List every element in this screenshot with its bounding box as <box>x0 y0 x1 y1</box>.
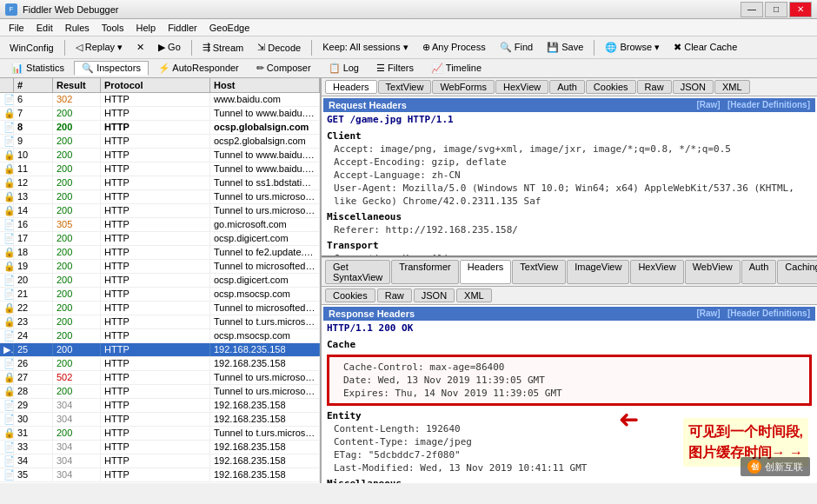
cache-highlight-box: Cache-Control: max-age=86400 Date: Wed, … <box>327 355 812 406</box>
resp-raw-link[interactable]: [Raw] <box>696 308 720 318</box>
maximize-button[interactable]: □ <box>765 2 787 17</box>
go-button[interactable]: ▶ Go <box>152 39 187 56</box>
resp-subtab-syntaxview[interactable]: Get SyntaxView <box>325 260 390 284</box>
session-row[interactable]: 🔒 7 200 HTTP Tunnel to www.baidu.com:443 <box>0 107 320 121</box>
row-num: 12 <box>14 176 53 189</box>
subtab-textview[interactable]: TextView <box>378 80 432 94</box>
resp-subtab-transformer[interactable]: Transformer <box>391 260 459 284</box>
session-row[interactable]: 📄 34 304 HTTP 192.168.235.158 <box>0 454 320 468</box>
tab-timeline[interactable]: 📈 Timeline <box>423 61 489 76</box>
resp-subtab-json[interactable]: JSON <box>414 288 455 302</box>
tab-filters[interactable]: ☰ Filters <box>369 61 422 76</box>
tab-log[interactable]: 📋 Log <box>321 61 367 76</box>
session-row[interactable]: 📄 21 200 HTTP ocsp.msocsp.com <box>0 288 320 302</box>
stream-label: Stream <box>213 43 243 53</box>
subtab-headers[interactable]: Headers <box>325 80 377 94</box>
decode-button[interactable]: ⇲ Decode <box>251 39 307 56</box>
subtab-auth[interactable]: Auth <box>549 80 585 94</box>
session-row[interactable]: 📄 30 304 HTTP 192.168.235.158 <box>0 413 320 427</box>
keep-all-button[interactable]: Keep: All sessions ▾ <box>316 39 414 56</box>
window-controls[interactable]: — □ ✕ <box>741 2 812 17</box>
resp-subtab-xml[interactable]: XML <box>456 288 492 302</box>
tab-inspectors[interactable]: 🔍 Inspectors <box>74 61 149 76</box>
find-button[interactable]: 🔍 Find <box>494 39 539 56</box>
subtab-cookies[interactable]: Cookies <box>586 80 636 94</box>
subtab-hexview[interactable]: HexView <box>495 80 548 94</box>
resp-subtab-headers[interactable]: Headers <box>460 260 512 284</box>
row-icon: 🔒 <box>0 371 14 384</box>
menu-tools[interactable]: Tools <box>96 22 130 34</box>
menu-file[interactable]: File <box>3 22 30 34</box>
session-row[interactable]: 📄 17 200 HTTP ocsp.digicert.com <box>0 232 320 246</box>
menu-geoedge[interactable]: GeoEdge <box>204 22 255 34</box>
row-protocol: HTTP <box>101 149 210 162</box>
session-row[interactable]: 📄 29 304 HTTP 192.168.235.158 <box>0 399 320 413</box>
resp-header-def-link[interactable]: [Header Definitions] <box>727 308 810 318</box>
session-row[interactable]: 📄 20 200 HTTP ocsp.digicert.com <box>0 274 320 288</box>
browse-button[interactable]: 🌐 Browse ▾ <box>599 39 666 56</box>
resp-subtab-cookies[interactable]: Cookies <box>325 288 375 302</box>
save-button[interactable]: 💾 Save <box>541 39 589 56</box>
row-num: 6 <box>14 93 53 106</box>
menu-edit[interactable]: Edit <box>31 22 58 34</box>
session-row[interactable]: 🔒 14 200 HTTP Tunnel to urs.microsoft.co… <box>0 204 320 218</box>
tab-autoresponder[interactable]: ⚡ AutoResponder <box>150 61 247 76</box>
stream-button[interactable]: ⇶ Stream <box>196 39 249 56</box>
session-row[interactable]: 📄 9 200 HTTP ocsp2.globalsign.com <box>0 135 320 149</box>
session-row-selected[interactable]: ▶ 25 200 HTTP 192.168.235.158 <box>0 343 320 357</box>
subtab-json[interactable]: JSON <box>673 80 714 94</box>
row-icon: 📄 <box>0 288 14 301</box>
session-row[interactable]: 🔒 11 200 HTTP Tunnel to www.baidu.com:44… <box>0 162 320 176</box>
resp-subtab-caching[interactable]: Caching <box>777 260 817 284</box>
row-num: 27 <box>14 371 53 384</box>
header-def-link[interactable]: [Header Definitions] <box>727 100 810 109</box>
subtab-xml[interactable]: XML <box>714 80 750 94</box>
row-num: 16 <box>14 218 53 231</box>
session-row[interactable]: 🔒 18 200 HTTP Tunnel to fe2.update.micro… <box>0 246 320 260</box>
raw-link[interactable]: [Raw] <box>696 100 720 109</box>
req-header-links[interactable]: [Raw] [Header Definitions] <box>696 100 810 110</box>
session-row[interactable]: 📄 33 304 HTTP 192.168.235.158 <box>0 441 320 454</box>
close-button[interactable]: ✕ <box>789 2 812 17</box>
session-row[interactable]: 🔒 28 200 HTTP Tunnel to urs.microsoft.co… <box>0 385 320 399</box>
resp-subtab-textview[interactable]: TextView <box>512 260 566 284</box>
col-protocol: Protocol <box>101 78 210 92</box>
session-row[interactable]: 📄 35 304 HTTP 192.168.235.158 <box>0 468 320 482</box>
session-row[interactable]: 🔒 23 200 HTTP Tunnel to t.urs.microsoft.… <box>0 315 320 329</box>
session-row[interactable]: 📄 24 200 HTTP ocsp.msocsp.com <box>0 329 320 343</box>
session-row[interactable]: 🔒 10 200 HTTP Tunnel to www.baidu.com:44… <box>0 149 320 162</box>
session-row[interactable]: 📄 6 302 HTTP www.baidu.com <box>0 93 320 107</box>
session-row[interactable]: 🔒 27 502 HTTP Tunnel to urs.microsoft.co… <box>0 371 320 385</box>
menu-fiddler[interactable]: Fiddler <box>163 22 203 34</box>
resp-subtab-raw[interactable]: Raw <box>377 288 412 302</box>
resp-subtab-hexview[interactable]: HexView <box>630 260 683 284</box>
row-icon: 🔒 <box>0 302 14 315</box>
session-row[interactable]: 📄 16 305 HTTP go.microsoft.com <box>0 218 320 232</box>
session-row[interactable]: 🔒 19 200 HTTP Tunnel to microsoftedgewel… <box>0 260 320 274</box>
tab-statistics[interactable]: 📊 Statistics <box>3 61 72 76</box>
row-host: ocsp.msocsp.com <box>210 329 320 342</box>
session-row[interactable]: 🔒 22 200 HTTP Tunnel to microsoftedgetip… <box>0 302 320 315</box>
minimize-button[interactable]: — <box>741 2 763 17</box>
resp-subtab-webview[interactable]: WebView <box>685 260 741 284</box>
session-row[interactable]: 🔒 13 200 HTTP Tunnel to urs.microsoft.co… <box>0 190 320 204</box>
any-process-button[interactable]: ⊕ Any Process <box>416 39 492 56</box>
session-list[interactable]: 📄 6 302 HTTP www.baidu.com 🔒 7 200 HTTP … <box>0 93 320 483</box>
menu-help[interactable]: Help <box>131 22 162 34</box>
session-row[interactable]: 📄 8 200 HTTP ocsp.globalsign.com <box>0 121 320 135</box>
subtab-raw[interactable]: Raw <box>637 80 672 94</box>
menu-rules[interactable]: Rules <box>60 22 95 34</box>
tab-composer[interactable]: ✏ Composer <box>249 61 319 76</box>
replay-button[interactable]: ◁ Replay ▾ <box>70 39 129 56</box>
clear-cache-button[interactable]: ✖ Clear Cache <box>668 39 743 56</box>
resp-subtab-auth[interactable]: Auth <box>741 260 777 284</box>
resp-header-links[interactable]: [Raw] [Header Definitions] <box>696 308 810 319</box>
subtab-webforms[interactable]: WebForms <box>432 80 495 94</box>
session-row[interactable]: 🔒 12 200 HTTP Tunnel to ss1.bdstatic.com… <box>0 176 320 190</box>
session-row[interactable]: 🔒 31 200 HTTP Tunnel to t.urs.microsoft.… <box>0 427 320 441</box>
resp-subtab-imageview[interactable]: ImageView <box>567 260 629 284</box>
remove-button[interactable]: ✕ <box>130 39 150 56</box>
session-row[interactable]: 📄 26 200 HTTP 192.168.235.158 <box>0 357 320 371</box>
winconfig-button[interactable]: WinConfig <box>3 40 60 56</box>
row-host: Tunnel to www.baidu.com:443 <box>210 162 320 176</box>
